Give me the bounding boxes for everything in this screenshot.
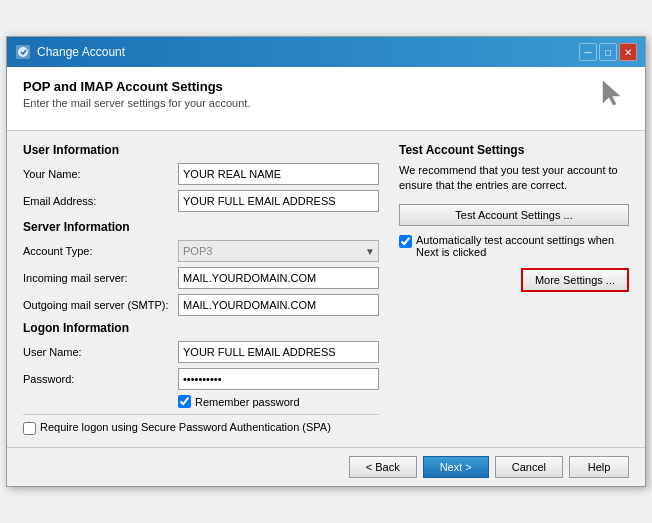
incoming-mail-label: Incoming mail server:	[23, 272, 178, 284]
test-account-title: Test Account Settings	[399, 143, 629, 157]
your-name-row: Your Name:	[23, 163, 379, 185]
help-button[interactable]: Help	[569, 456, 629, 478]
test-account-desc: We recommend that you test your account …	[399, 163, 629, 194]
dialog-header: POP and IMAP Account Settings Enter the …	[7, 67, 645, 131]
dialog-title: Change Account	[37, 45, 125, 59]
outgoing-mail-label: Outgoing mail server (SMTP):	[23, 299, 178, 311]
username-row: User Name:	[23, 341, 379, 363]
minimize-button[interactable]: ─	[579, 43, 597, 61]
spa-label: Require logon using Secure Password Auth…	[40, 421, 331, 433]
password-input[interactable]	[178, 368, 379, 390]
server-info-title: Server Information	[23, 220, 379, 234]
logon-info-title: Logon Information	[23, 321, 379, 335]
maximize-button[interactable]: □	[599, 43, 617, 61]
account-type-dropdown-wrapper: POP3 IMAP ▼	[178, 240, 379, 262]
close-button[interactable]: ✕	[619, 43, 637, 61]
username-input[interactable]	[178, 341, 379, 363]
auto-test-checkbox[interactable]	[399, 235, 412, 248]
account-type-row: Account Type: POP3 IMAP ▼	[23, 240, 379, 262]
left-panel: User Information Your Name: Email Addres…	[23, 143, 379, 435]
account-type-label: Account Type:	[23, 245, 178, 257]
password-row: Password:	[23, 368, 379, 390]
cancel-button[interactable]: Cancel	[495, 456, 563, 478]
incoming-mail-input[interactable]	[178, 267, 379, 289]
back-button[interactable]: < Back	[349, 456, 417, 478]
header-title: POP and IMAP Account Settings	[23, 79, 250, 94]
more-settings-wrapper: More Settings ...	[399, 268, 629, 292]
username-label: User Name:	[23, 346, 178, 358]
divider	[23, 414, 379, 415]
password-label: Password:	[23, 373, 178, 385]
dialog-footer: < Back Next > Cancel Help	[7, 447, 645, 486]
email-address-input[interactable]	[178, 190, 379, 212]
dialog-body: User Information Your Name: Email Addres…	[7, 131, 645, 447]
header-subtitle: Enter the mail server settings for your …	[23, 97, 250, 109]
user-info-title: User Information	[23, 143, 379, 157]
email-address-row: Email Address:	[23, 190, 379, 212]
spa-row: Require logon using Secure Password Auth…	[23, 421, 379, 435]
email-address-label: Email Address:	[23, 195, 178, 207]
cursor-icon	[593, 75, 629, 118]
outgoing-mail-input[interactable]	[178, 294, 379, 316]
outgoing-mail-row: Outgoing mail server (SMTP):	[23, 294, 379, 316]
dialog-icon	[15, 44, 31, 60]
more-settings-button[interactable]: More Settings ...	[521, 268, 629, 292]
your-name-input[interactable]	[178, 163, 379, 185]
change-account-dialog: Change Account ─ □ ✕ POP and IMAP Accoun…	[6, 36, 646, 487]
svg-point-1	[18, 47, 28, 57]
auto-test-label: Automatically test account settings when…	[416, 234, 629, 258]
remember-password-row: Remember password	[178, 395, 379, 408]
your-name-label: Your Name:	[23, 168, 178, 180]
incoming-mail-row: Incoming mail server:	[23, 267, 379, 289]
auto-test-row: Automatically test account settings when…	[399, 234, 629, 258]
title-bar: Change Account ─ □ ✕	[7, 37, 645, 67]
test-account-settings-button[interactable]: Test Account Settings ...	[399, 204, 629, 226]
remember-password-label: Remember password	[195, 396, 300, 408]
title-bar-controls: ─ □ ✕	[579, 43, 637, 61]
right-panel: Test Account Settings We recommend that …	[399, 143, 629, 435]
next-button[interactable]: Next >	[423, 456, 489, 478]
title-bar-left: Change Account	[15, 44, 125, 60]
header-text: POP and IMAP Account Settings Enter the …	[23, 79, 250, 109]
spa-checkbox[interactable]	[23, 422, 36, 435]
account-type-select[interactable]: POP3 IMAP	[178, 240, 379, 262]
remember-password-checkbox[interactable]	[178, 395, 191, 408]
